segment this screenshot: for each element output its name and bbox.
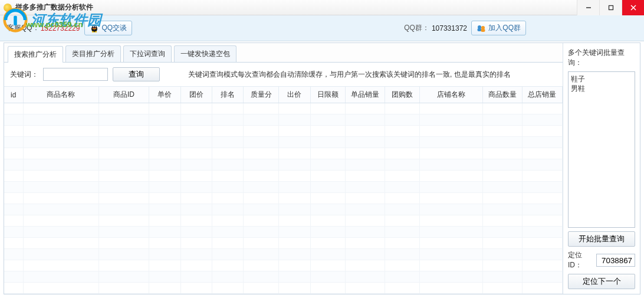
close-button[interactable] xyxy=(622,0,644,15)
table-row xyxy=(4,193,563,204)
svg-rect-15 xyxy=(481,29,485,32)
table-row xyxy=(4,137,563,148)
qq-group-label: QQ群： xyxy=(404,23,429,33)
titlebar-app-icon xyxy=(4,4,12,12)
toolbar: 客服QQ： 1522732229 QQ交谈 QQ群： 107331372 加入Q… xyxy=(0,15,644,41)
table-row xyxy=(4,114,563,126)
query-row: 关键词： 查询 关键词查询模式每次查询都会自动清除缓存，与用户第一次搜索该关键词… xyxy=(4,63,563,87)
titlebar-title: 拼多多推广数据分析软件 xyxy=(15,2,93,12)
table-row xyxy=(4,103,563,114)
close-icon xyxy=(630,5,636,11)
results-table-wrap: id商品名称商品ID单价团价排名质量分出价日限额单品销量团购数店铺名称商品数量总… xyxy=(4,87,563,294)
svg-point-11 xyxy=(95,31,97,32)
kefu-number: 1522732229 xyxy=(41,24,80,32)
column-header[interactable]: 商品数量 xyxy=(483,87,522,103)
locate-id-input[interactable] xyxy=(596,254,635,267)
qq-group-icon xyxy=(477,24,486,33)
window-controls xyxy=(577,0,644,15)
column-header[interactable]: 单价 xyxy=(149,87,180,103)
svg-point-9 xyxy=(95,25,96,27)
table-row xyxy=(4,271,563,283)
keyword-input[interactable] xyxy=(43,68,108,81)
column-header[interactable]: 单品销量 xyxy=(346,87,385,103)
table-row xyxy=(4,238,563,249)
tab-2[interactable]: 下拉词查询 xyxy=(123,45,172,62)
maximize-icon xyxy=(608,5,614,11)
column-header[interactable]: id xyxy=(4,87,23,103)
results-table: id商品名称商品ID单价团价排名质量分出价日限额单品销量团购数店铺名称商品数量总… xyxy=(4,87,563,294)
svg-point-10 xyxy=(92,31,94,32)
qq-group-number: 107331372 xyxy=(432,24,467,32)
table-row xyxy=(4,159,563,171)
batch-query-textarea[interactable]: 鞋子 男鞋 xyxy=(568,71,635,228)
table-row xyxy=(4,204,563,215)
column-header[interactable]: 出价 xyxy=(279,87,310,103)
svg-rect-14 xyxy=(478,28,482,31)
table-row xyxy=(4,215,563,227)
locate-next-button[interactable]: 定位下一个 xyxy=(568,274,635,289)
main-panel: 搜索推广分析类目推广分析下拉词查询一键发快递空包 关键词： 查询 关键词查询模式… xyxy=(4,42,640,294)
join-qq-group-button[interactable]: 加入QQ群 xyxy=(471,21,526,35)
svg-rect-3 xyxy=(609,6,613,10)
column-header[interactable]: 商品ID xyxy=(98,87,149,103)
qq-chat-button[interactable]: QQ交谈 xyxy=(84,21,132,35)
batch-query-button[interactable]: 开始批量查询 xyxy=(568,231,635,247)
kefu-label: 客服QQ： xyxy=(7,23,40,33)
column-header[interactable]: 店铺名称 xyxy=(420,87,483,103)
query-hint: 关键词查询模式每次查询都会自动清除缓存，与用户第一次搜索该关键词的排名一致, 也… xyxy=(188,70,511,80)
locate-id-row: 定位ID： xyxy=(568,250,635,270)
minimize-button[interactable] xyxy=(577,0,599,15)
qq-group-info: QQ群： 107331372 xyxy=(404,23,467,33)
locate-id-label: 定位ID： xyxy=(568,250,594,270)
table-row xyxy=(4,171,563,182)
svg-point-8 xyxy=(93,25,94,27)
maximize-button[interactable] xyxy=(599,0,622,15)
keyword-label: 关键词： xyxy=(10,70,38,80)
batch-query-label: 多个关键词批量查询： xyxy=(568,48,635,68)
left-pane: 搜索推广分析类目推广分析下拉词查询一键发快递空包 关键词： 查询 关键词查询模式… xyxy=(4,43,563,294)
titlebar: 拼多多推广数据分析软件 xyxy=(0,0,644,15)
tab-3[interactable]: 一键发快递空包 xyxy=(174,45,236,62)
tab-1[interactable]: 类目推广分析 xyxy=(65,45,121,62)
column-header[interactable]: 排名 xyxy=(212,87,244,103)
column-header[interactable]: 日限额 xyxy=(310,87,346,103)
tab-0[interactable]: 搜索推广分析 xyxy=(8,46,63,63)
column-header[interactable]: 质量分 xyxy=(244,87,279,103)
right-pane: 多个关键词批量查询： 鞋子 男鞋 开始批量查询 定位ID： 定位下一个 xyxy=(563,43,640,294)
qq-chat-label: QQ交谈 xyxy=(101,23,127,33)
table-row xyxy=(4,260,563,271)
table-row xyxy=(4,283,563,294)
table-row xyxy=(4,182,563,193)
minimize-icon xyxy=(586,5,592,11)
column-header[interactable]: 商品名称 xyxy=(23,87,98,103)
tabs: 搜索推广分析类目推广分析下拉词查询一键发快递空包 xyxy=(4,43,563,63)
query-button[interactable]: 查询 xyxy=(113,67,160,81)
column-header[interactable]: 团购数 xyxy=(385,87,420,103)
table-row xyxy=(4,148,563,159)
join-qq-label: 加入QQ群 xyxy=(488,23,521,33)
table-row xyxy=(4,126,563,137)
qq-icon xyxy=(90,24,99,33)
table-row xyxy=(4,249,563,260)
column-header[interactable]: 团价 xyxy=(180,87,212,103)
table-row xyxy=(4,227,563,238)
column-header[interactable]: 总店销量 xyxy=(522,87,562,103)
